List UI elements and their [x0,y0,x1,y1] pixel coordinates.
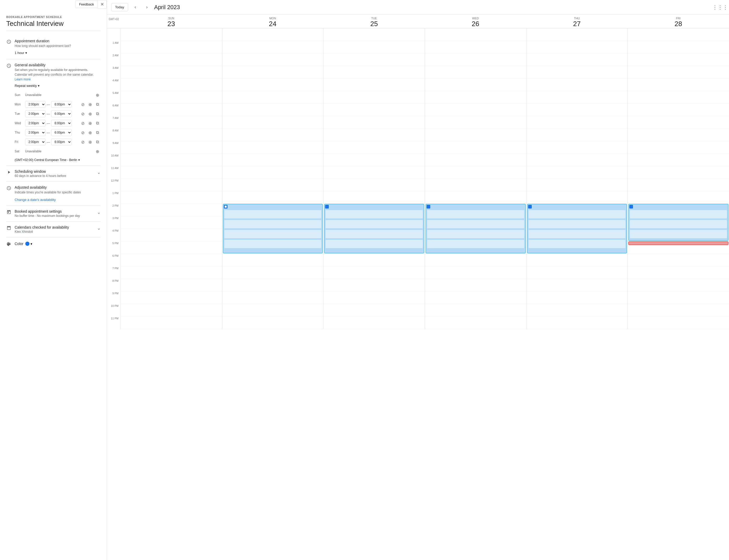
tue-copy-button[interactable]: ⧉ [94,111,100,117]
scheduling-title-text: Scheduling window [15,169,66,174]
thu-start-time[interactable]: 2:00pm [25,129,46,136]
appt-block-tue[interactable] [324,204,424,253]
calendar-body[interactable]: 1 AM 2 AM 3 AM 4 AM 5 AM 6 AM 7 AM 8 AM … [107,28,729,560]
hour-cell [222,91,324,104]
calendars-subtitle: Kleo Xhindoli [15,230,69,234]
thu-end-time[interactable]: 6:00pm [51,129,72,136]
sun-add-button[interactable]: ⊕ [94,92,100,98]
prev-button[interactable]: ‹ [131,3,140,11]
scheduling-window-section[interactable]: Scheduling window 60 days in advance to … [6,166,100,182]
wed-start-time[interactable]: 2:00pm [25,120,46,127]
wed-copy-button[interactable]: ⧉ [94,120,100,126]
booked-settings-content: Booked appointment settings No buffer ti… [15,209,100,218]
duration-arrow-icon: ▾ [25,51,27,55]
booked-settings-icon [6,210,11,218]
scheduling-window-content: Scheduling window 60 days in advance to … [15,169,100,178]
mon-delete-button[interactable]: ⊘ [80,101,86,108]
hour-cell [324,266,425,279]
day-column-tue[interactable] [323,28,425,329]
booked-settings-title: Booked appointment settings [15,209,80,213]
hour-cell [628,66,729,79]
general-availability-title: General availability [15,63,100,67]
mon-copy-button[interactable]: ⧉ [94,101,100,108]
tue-end-time[interactable]: 6:00pm [51,110,72,117]
appt-block-wed[interactable] [426,204,526,253]
appt-block-fri[interactable] [628,204,728,241]
hour-cell [628,154,729,166]
close-button[interactable]: ✕ [98,0,107,9]
fri-end-time[interactable]: 6:00pm [51,139,72,145]
day-column-sun[interactable] [121,28,222,329]
wed-add-button[interactable]: ⊕ [87,120,93,126]
avail-row-fri: Fri 2:00pm — 6:00pm ⊘ ⊕ ⧉ [15,137,100,147]
calendars-section[interactable]: Calendars checked for availability Kleo … [6,222,100,237]
feedback-button[interactable]: Feedback [75,1,98,8]
color-picker-button[interactable]: ▾ [25,242,32,246]
day-column-mon[interactable] [222,28,324,329]
wed-end-time[interactable]: 6:00pm [51,120,72,127]
adjusted-availability-content: Adjusted availability Indicate times you… [15,185,100,202]
tue-delete-button[interactable]: ⊘ [80,111,86,117]
appt-sub-1-mon [224,210,321,218]
thu-add-button[interactable]: ⊕ [87,129,93,136]
time-label-12pm: 12 PM [107,179,121,191]
today-button[interactable]: Today [111,3,128,11]
day-num-tue: 25 [370,20,378,27]
tue-start-time[interactable]: 2:00pm [25,110,46,117]
thu-copy-button[interactable]: ⧉ [94,129,100,136]
mon-add-button[interactable]: ⊕ [87,101,93,108]
hour-cell [222,66,324,79]
fri-add-button[interactable]: ⊕ [87,139,93,145]
mon-start-time[interactable]: 2:00pm [25,101,46,108]
duration-dropdown-button[interactable]: 1 hour ▾ [15,50,27,55]
hour-cell [527,66,628,79]
avail-row-tue: Tue 2:00pm — 6:00pm ⊘ ⊕ ⧉ [15,109,100,118]
hour-cell [324,28,425,41]
wed-actions: ⊘ ⊕ ⧉ [80,120,100,126]
hour-cell [527,129,628,141]
repeat-weekly-button[interactable]: Repeat weekly ▾ [15,84,40,88]
day-column-thu[interactable] [526,28,628,329]
hour-cell [425,129,526,141]
conflict-block-fri[interactable] [628,241,728,245]
fri-copy-button[interactable]: ⧉ [94,139,100,145]
tue-add-button[interactable]: ⊕ [87,111,93,117]
booked-settings-section[interactable]: Booked appointment settings No buffer ti… [6,206,100,222]
hour-cell [324,304,425,317]
hour-cell [628,41,729,53]
timezone-button[interactable]: (GMT+02:00) Central European Time - Berl… [15,158,80,162]
hour-cell [324,191,425,204]
left-panel: Feedback ✕ BOOKABLE APPOINTMENT SCHEDULE… [0,0,107,560]
day-header-wed: WED 26 [425,17,526,27]
grid-view-button[interactable]: ⋮⋮⋮ [715,3,725,12]
adjusted-avail-title: Adjusted availability [15,185,100,189]
hour-cell [628,129,729,141]
wed-delete-button[interactable]: ⊘ [80,120,86,126]
sat-add-button[interactable]: ⊕ [94,148,100,154]
day-name-tue: TUE [371,17,377,20]
hour-cell [425,79,526,91]
day-column-fri[interactable] [628,28,729,329]
change-date-availability-button[interactable]: Change a date's availability [15,198,56,202]
time-label-6pm: 6 PM [107,254,121,266]
mon-end-time[interactable]: 6:00pm [51,101,72,108]
learn-more-link[interactable]: Learn more [15,78,31,81]
fri-start-time[interactable]: 2:00pm [25,139,46,145]
appt-icon-mon [224,205,228,208]
appt-block-thu[interactable] [527,204,627,253]
hour-cell [121,229,222,241]
hour-cell [324,41,425,53]
day-label-fri: Fri [15,140,23,144]
thu-delete-button[interactable]: ⊘ [80,129,86,136]
appt-block-mon[interactable] [223,204,323,253]
hour-cell [324,53,425,66]
fri-delete-button[interactable]: ⊘ [80,139,86,145]
hour-cell [425,116,526,129]
right-panel: Today ‹ › April 2023 ⋮⋮⋮ GMT+02 SUN 23 M… [107,0,729,560]
hour-cell [324,91,425,104]
hour-cell [425,66,526,79]
time-label-2pm: 2 PM [107,204,121,216]
next-button[interactable]: › [143,3,151,11]
day-header-fri: FRI 28 [628,17,729,27]
day-column-wed[interactable] [425,28,526,329]
